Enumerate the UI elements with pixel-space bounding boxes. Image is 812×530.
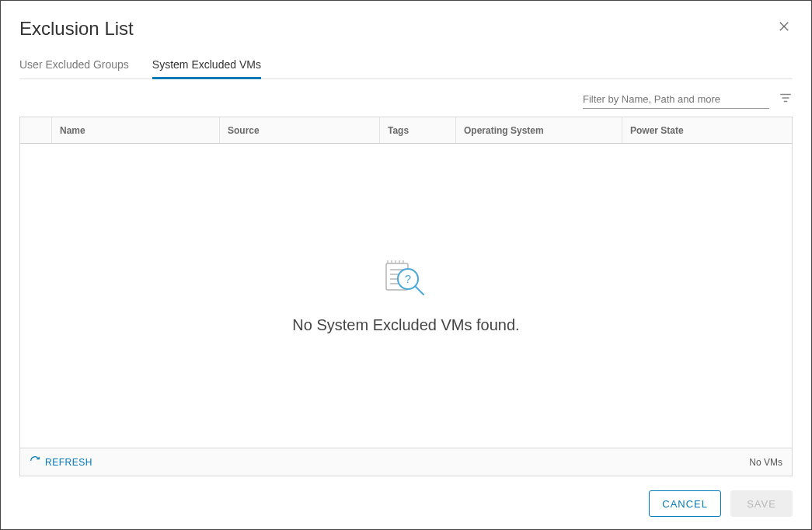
cancel-button[interactable]: CANCEL <box>649 490 721 517</box>
save-button[interactable]: SAVE <box>730 490 793 517</box>
tab-user-excluded-groups[interactable]: User Excluded Groups <box>19 52 129 78</box>
column-power[interactable]: Power State <box>622 117 792 143</box>
empty-search-icon: ? <box>382 257 431 304</box>
svg-rect-4 <box>784 101 788 103</box>
row-count: No VMs <box>749 457 782 468</box>
empty-message: No System Excluded VMs found. <box>292 316 519 334</box>
toolbar <box>19 79 793 117</box>
dialog-header: Exclusion List <box>19 18 793 44</box>
tabs: User Excluded Groups System Excluded VMs <box>19 52 793 79</box>
vm-grid: Name Source Tags Operating System Power … <box>19 117 793 476</box>
column-name[interactable]: Name <box>51 117 219 143</box>
dialog-title: Exclusion List <box>19 18 134 40</box>
close-icon[interactable] <box>779 21 793 35</box>
grid-header: Name Source Tags Operating System Power … <box>20 117 792 144</box>
grid-footer: REFRESH No VMs <box>20 448 792 476</box>
svg-rect-3 <box>782 97 789 99</box>
filter-icon[interactable] <box>779 91 793 108</box>
column-os[interactable]: Operating System <box>455 117 622 143</box>
svg-text:?: ? <box>404 272 410 285</box>
svg-rect-2 <box>780 94 791 96</box>
grid-body: ? No System Excluded VMs found. <box>20 144 792 448</box>
dialog-actions: CANCEL SAVE <box>19 476 793 517</box>
svg-line-16 <box>416 287 423 295</box>
refresh-button[interactable]: REFRESH <box>30 455 92 469</box>
exclusion-list-dialog: Exclusion List User Excluded Groups Syst… <box>0 0 812 530</box>
refresh-icon <box>30 455 40 469</box>
tab-system-excluded-vms[interactable]: System Excluded VMs <box>152 52 261 78</box>
refresh-label: REFRESH <box>45 457 92 468</box>
column-source[interactable]: Source <box>219 117 379 143</box>
column-checkbox[interactable] <box>20 117 51 143</box>
filter-input[interactable] <box>583 90 769 109</box>
column-tags[interactable]: Tags <box>379 117 455 143</box>
